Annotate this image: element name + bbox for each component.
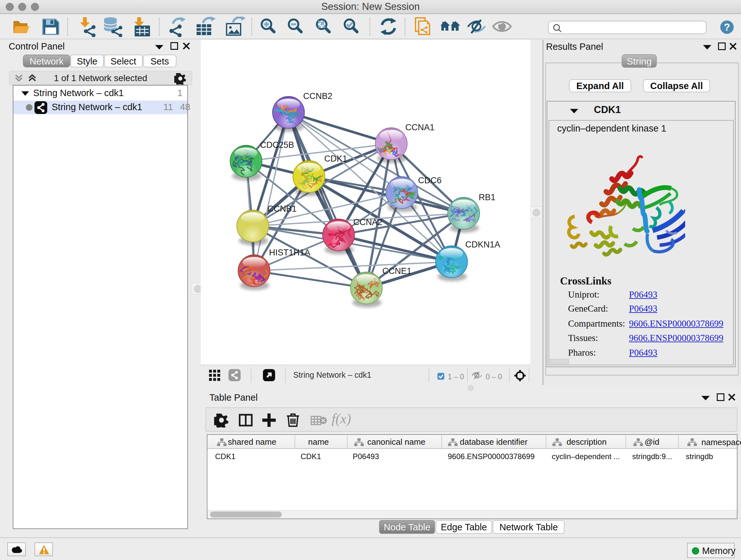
- svg-text:CDK1: CDK1: [324, 154, 347, 164]
- svg-text:CCNE1: CCNE1: [382, 266, 412, 276]
- svg-text:HIST1H1A: HIST1H1A: [269, 248, 310, 257]
- svg-text:CDC6: CDC6: [418, 176, 442, 185]
- svg-text:RB1: RB1: [479, 192, 495, 202]
- svg-text:CCNA2: CCNA2: [353, 217, 383, 227]
- svg-text:CDC25B: CDC25B: [260, 140, 294, 150]
- svg-text:CDKN1A: CDKN1A: [465, 240, 500, 249]
- svg-text:?: ?: [724, 21, 730, 33]
- svg-text:CCNB2: CCNB2: [303, 91, 333, 101]
- svg-text:CCNB1: CCNB1: [267, 204, 297, 213]
- svg-text:CCNA1: CCNA1: [405, 123, 434, 132]
